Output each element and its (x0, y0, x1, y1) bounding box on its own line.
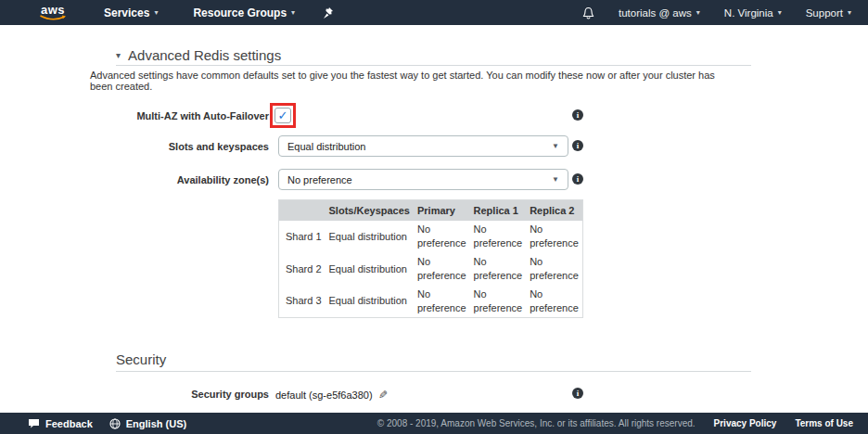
pin-shortcut-button[interactable] (323, 6, 334, 19)
select-caret-icon: ▼ (552, 142, 559, 150)
chevron-down-icon: ▾ (291, 8, 295, 17)
checkmark-icon: ✓ (278, 109, 288, 121)
table-row: Shard 3 Equal distribution No preference… (279, 286, 583, 318)
primary-cell: No preference (414, 286, 470, 318)
col-header-primary: Primary (414, 200, 470, 221)
security-groups-info-icon[interactable]: i (572, 388, 583, 399)
chevron-down-icon: ▾ (848, 8, 851, 17)
table-header-row: Slots/Keyspaces Primary Replica 1 Replic… (279, 200, 583, 221)
language-selector[interactable]: English (US) (109, 418, 186, 429)
main-content: ▾ Advanced Redis settings Advanced setti… (0, 25, 868, 413)
copyright-text: © 2008 - 2019, Amazon Web Services, Inc.… (377, 418, 696, 428)
chevron-down-icon: ▾ (778, 8, 782, 17)
edit-pencil-icon[interactable]: ✎ (378, 389, 388, 402)
top-navbar: aws Services ▾ Resource Groups ▾ (0, 0, 868, 25)
table-row: Shard 1 Equal distribution No preference… (279, 221, 583, 253)
replica-1-cell: No preference (470, 286, 527, 318)
replica-2-cell: No preference (526, 253, 582, 286)
pushpin-icon (323, 6, 334, 19)
col-header-shard (279, 200, 326, 221)
chevron-down-icon: ▾ (696, 8, 700, 17)
nav-account-menu[interactable]: tutorials @ aws ▾ (619, 7, 700, 19)
table-row: Shard 2 Equal distribution No preference… (279, 253, 583, 286)
section-title: Advanced Redis settings (128, 47, 281, 63)
section-divider (116, 65, 751, 66)
chevron-down-icon: ▾ (154, 8, 158, 17)
aws-smile-icon (39, 15, 67, 21)
nav-resource-groups-label: Resource Groups (193, 6, 287, 19)
select-caret-icon: ▼ (552, 175, 559, 184)
privacy-policy-link[interactable]: Privacy Policy (714, 418, 777, 428)
replica-2-cell: No preference (526, 286, 582, 318)
multi-az-label: Multi-AZ with Auto-Failover (74, 110, 269, 121)
nav-services-label: Services (104, 6, 149, 19)
slots-keyspaces-selected-value: Equal distribution (287, 141, 365, 152)
replica-2-cell: No preference (526, 221, 582, 253)
shard-name-cell: Shard 1 (279, 221, 326, 253)
shard-config-table: Slots/Keyspaces Primary Replica 1 Replic… (278, 199, 583, 318)
slots-keyspaces-info-icon[interactable]: i (572, 140, 583, 151)
security-divider (116, 371, 751, 372)
primary-cell: No preference (414, 221, 470, 253)
nav-support-menu[interactable]: Support ▾ (806, 7, 851, 19)
notifications-button[interactable] (582, 6, 594, 19)
security-section-title: Security (116, 351, 166, 367)
section-description: Advanced settings have common defaults s… (90, 70, 739, 92)
support-label: Support (806, 7, 843, 19)
availability-zones-select[interactable]: No preference ▼ (278, 169, 568, 190)
slots-keyspaces-label: Slots and keyspaces (74, 141, 269, 152)
globe-icon (109, 418, 121, 429)
nav-services[interactable]: Services ▾ (104, 6, 158, 19)
aws-logo[interactable]: aws (37, 5, 69, 21)
availability-zones-info-icon[interactable]: i (572, 173, 583, 185)
replica-1-cell: No preference (470, 253, 527, 286)
primary-cell: No preference (414, 253, 470, 286)
region-name: N. Virginia (724, 7, 773, 19)
collapse-caret-icon: ▾ (116, 50, 121, 60)
slots-keyspaces-select[interactable]: Equal distribution ▼ (278, 135, 568, 157)
speech-bubble-icon (28, 418, 40, 428)
col-header-replica-2: Replica 2 (526, 200, 582, 221)
aws-logo-text: aws (41, 5, 65, 15)
slots-cell: Equal distribution (326, 286, 414, 318)
feedback-label: Feedback (45, 418, 93, 429)
bell-icon (582, 6, 594, 19)
availability-zones-selected-value: No preference (287, 174, 352, 185)
language-label: English (US) (126, 418, 186, 429)
availability-zones-label: Availability zone(s) (74, 174, 269, 185)
nav-region-menu[interactable]: N. Virginia ▾ (724, 7, 782, 19)
shard-name-cell: Shard 2 (279, 253, 326, 286)
footer-bar: Feedback English (US) © 2008 - 2019, Ama… (0, 413, 868, 434)
slots-cell: Equal distribution (326, 221, 414, 253)
section-header-advanced-redis[interactable]: ▾ Advanced Redis settings (116, 47, 281, 63)
feedback-button[interactable]: Feedback (28, 418, 93, 429)
multi-az-checkbox[interactable]: ✓ (274, 108, 291, 123)
col-header-replica-1: Replica 1 (470, 200, 527, 221)
replica-1-cell: No preference (470, 221, 527, 253)
shard-name-cell: Shard 3 (279, 286, 326, 318)
security-groups-value: default (sg-e5f6a380) (275, 389, 373, 401)
terms-of-use-link[interactable]: Terms of Use (795, 418, 853, 428)
security-groups-label: Security groups (74, 389, 269, 400)
multi-az-info-icon[interactable]: i (572, 109, 583, 121)
slots-cell: Equal distribution (326, 253, 414, 286)
account-name: tutorials @ aws (619, 7, 692, 19)
nav-resource-groups[interactable]: Resource Groups ▾ (193, 6, 295, 19)
col-header-slots-keyspaces: Slots/Keyspaces (326, 200, 414, 221)
